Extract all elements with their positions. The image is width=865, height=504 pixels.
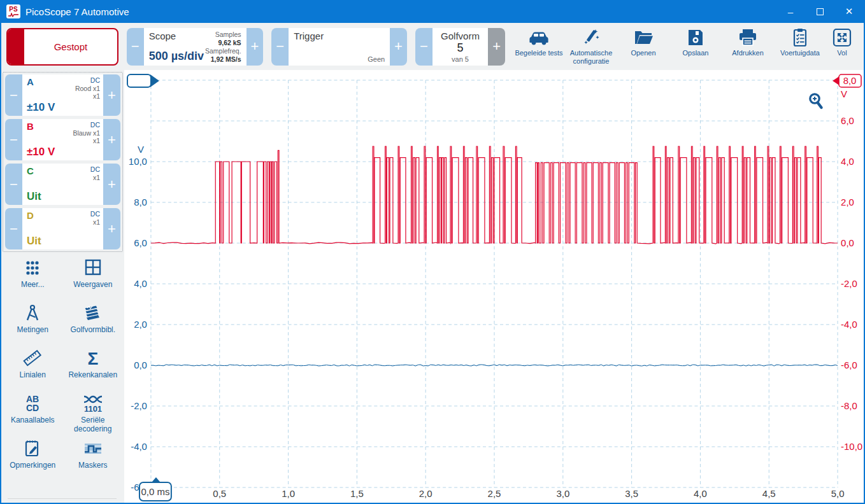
notes-icon (21, 438, 44, 459)
timebase-decrease-button[interactable]: − (127, 28, 144, 66)
vehicle-data-button[interactable]: Voertuigdata (775, 27, 826, 66)
fullscreen-button[interactable]: Vol (827, 27, 857, 66)
channel-b-decrease-button[interactable]: − (5, 119, 22, 160)
trigger-increase-button[interactable]: + (390, 28, 407, 66)
math-channels-label: Rekenkanalen (68, 370, 117, 379)
channel-b-scale: x1 (73, 137, 100, 145)
fullscreen-icon (832, 28, 852, 47)
guided-tests-button[interactable]: Begeleide tests (513, 27, 564, 66)
channel-d-card[interactable]: − D DC x1 Uit + (5, 208, 120, 249)
save-button[interactable]: Opslaan (670, 27, 721, 66)
svg-text:0,0: 0,0 (841, 237, 854, 248)
svg-text:2,5: 2,5 (488, 488, 501, 499)
trigger-panel-body[interactable]: Trigger Geen (289, 28, 390, 66)
samplerate-label: Samplefreq. (205, 47, 241, 55)
svg-text:2,0: 2,0 (134, 319, 147, 330)
svg-text:-8,0: -8,0 (841, 400, 857, 411)
svg-text:5,0: 5,0 (831, 488, 845, 499)
channel-c-decrease-button[interactable]: − (5, 164, 22, 205)
scope-plot[interactable]: 10,08,06,04,02,00,0-2,0-4,0-6,0V6,04,02,… (124, 70, 864, 503)
svg-text:0,0: 0,0 (134, 360, 147, 370)
serial-decoding-button[interactable]: 1101 Seriële decodering (63, 393, 124, 438)
print-label: Afdrukken (732, 49, 764, 57)
scope-view[interactable]: 10,08,06,04,02,00,0-2,0-4,0-6,0V6,04,02,… (124, 70, 864, 503)
maximize-button[interactable] (805, 0, 834, 23)
channel-c-card[interactable]: − C DC x1 Uit + (5, 164, 120, 205)
waveform-library-button[interactable]: Golfvormbibl. (63, 302, 124, 347)
svg-text:4,0: 4,0 (134, 278, 147, 289)
channel-c-coupling: DC (90, 165, 100, 174)
waveform-prev-button[interactable]: − (415, 28, 432, 66)
channel-a-decrease-button[interactable]: − (5, 74, 22, 116)
svg-text:0,5: 0,5 (213, 488, 226, 499)
auto-setup-button[interactable]: Automatische configuratie (566, 27, 617, 66)
samples-label: Samples (205, 31, 241, 39)
svg-text:8,0: 8,0 (843, 75, 857, 86)
measurements-button[interactable]: Metingen (3, 302, 63, 347)
auto-setup-label: Automatische configuratie (566, 49, 617, 65)
channel-c-scale: x1 (90, 174, 100, 182)
rulers-button[interactable]: Linialen (3, 347, 63, 393)
svg-text:Σ: Σ (87, 349, 98, 368)
minimize-button[interactable]: – (776, 0, 805, 23)
channel-d-scale: x1 (90, 218, 100, 227)
views-label: Weergaven (73, 280, 112, 289)
rulers-label: Linialen (20, 370, 46, 379)
trigger-decrease-button[interactable]: − (271, 28, 289, 66)
channel-d-range: Uit (27, 235, 41, 248)
measurements-label: Metingen (17, 325, 48, 334)
channel-b-card[interactable]: − B DC Blauw x1 x1 ±10 V + (5, 119, 120, 160)
channel-a-coupling: DC (75, 76, 100, 85)
channel-c-increase-button[interactable]: + (103, 164, 120, 205)
waveform-title: Golfvorm (441, 31, 480, 41)
waveform-library-icon (82, 302, 104, 324)
notes-button[interactable]: Opmerkingen (3, 438, 63, 483)
rulers-icon (21, 347, 44, 369)
channel-a-increase-button[interactable]: + (103, 74, 120, 116)
svg-text:0,0 ms: 0,0 ms (141, 486, 169, 497)
channel-labels-button[interactable]: AB CD Kanaallabels (3, 393, 63, 438)
scope-panel: − Scope 500 µs/div Samples 9,62 kS Sampl… (127, 28, 264, 66)
views-button[interactable]: Weergaven (63, 257, 124, 302)
vehicle-data-label: Voertuigdata (780, 49, 820, 57)
channel-d-coupling: DC (90, 210, 100, 218)
math-channels-icon: Σ (82, 347, 104, 369)
zoom-in-icon (807, 92, 825, 111)
math-channels-button[interactable]: Σ Rekenkanalen (63, 347, 124, 393)
open-folder-icon (633, 28, 654, 47)
more-button[interactable]: Meer... (3, 257, 63, 302)
channel-b-increase-button[interactable]: + (103, 119, 120, 160)
window-title: PicoScope 7 Automotive (25, 6, 129, 17)
zoom-overview-button[interactable] (807, 92, 825, 111)
open-label: Openen (631, 49, 655, 57)
waveform-next-button[interactable]: + (488, 28, 505, 66)
close-button[interactable]: ✕ (834, 0, 864, 23)
guided-tests-label: Begeleide tests (515, 49, 562, 57)
sidebar-divider (8, 498, 117, 499)
samples-value: 9,62 kS (205, 39, 241, 47)
toolbar: Gestopt − Scope 500 µs/div Samples 9,62 … (1, 23, 864, 70)
svg-text:1,5: 1,5 (350, 488, 364, 499)
app-logo-icon: PS (6, 4, 20, 18)
channel-a-card[interactable]: − A DC Rood x1 x1 ±10 V + (5, 74, 120, 116)
start-stop-button[interactable]: Gestopt (6, 28, 118, 66)
print-button[interactable]: Afdrukken (722, 27, 773, 66)
vehicle-data-icon (790, 28, 810, 47)
channel-d-letter: D (27, 210, 34, 221)
maximize-icon (817, 8, 824, 15)
logo-text: PS (9, 6, 17, 13)
channel-d-decrease-button[interactable]: − (5, 208, 22, 249)
samplerate-value: 1,92 MS/s (205, 55, 241, 64)
open-button[interactable]: Openen (618, 27, 669, 66)
scope-panel-body[interactable]: Scope 500 µs/div Samples 9,62 kS Samplef… (144, 28, 247, 66)
channel-d-increase-button[interactable]: + (103, 208, 120, 249)
svg-text:6,0: 6,0 (134, 237, 147, 248)
channel-b-coupling: DC (73, 121, 100, 129)
waveform-panel-body[interactable]: Golfvorm 5 van 5 (432, 28, 488, 66)
channel-a-scale: x1 (75, 92, 100, 101)
channel-a-probe: Rood x1 (75, 85, 100, 93)
timebase-increase-button[interactable]: + (247, 28, 264, 66)
svg-text:1,0: 1,0 (282, 488, 295, 499)
masks-button[interactable]: Maskers (63, 438, 124, 483)
channel-panels: − A DC Rood x1 x1 ±10 V + − (3, 72, 123, 252)
